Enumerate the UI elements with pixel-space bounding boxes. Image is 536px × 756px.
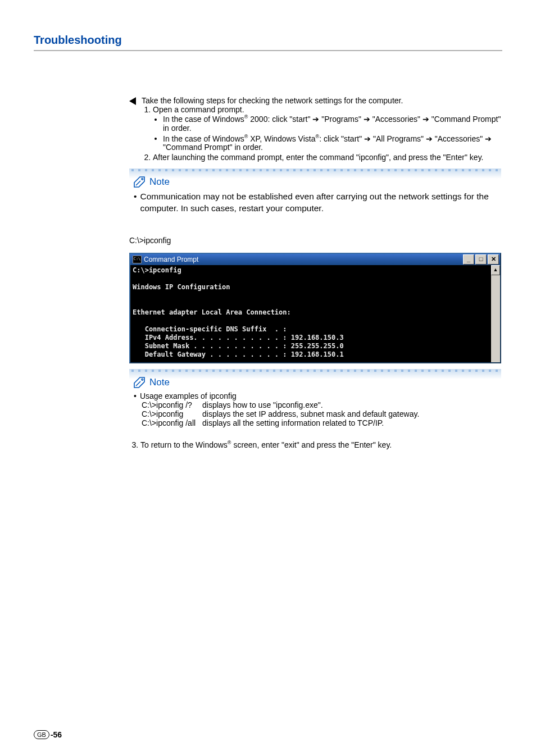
usage-row: C:\>ipconfig /? displays how to use "ipc… (134, 400, 497, 409)
command-line-label: C:\>ipconfig (129, 236, 501, 245)
note-label: Note (149, 377, 170, 388)
command-prompt-output: C:\>ipconfig Windows IP Configuration Et… (130, 265, 491, 362)
page-number: -56 (51, 730, 62, 739)
usage-row: C:\>ipconfig displays the set IP address… (134, 409, 497, 418)
usage-desc: displays the set IP address, subnet mask… (202, 409, 419, 418)
maximize-button[interactable]: □ (475, 254, 487, 265)
note-label: Note (149, 176, 170, 188)
usage-desc: displays how to use "ipconfig.exe". (202, 400, 323, 409)
pencil-tag-icon (133, 175, 146, 189)
usage-cmd: C:\>ipconfig /? (134, 400, 202, 409)
cmd-title-text: Command Prompt (144, 256, 198, 263)
step-2: After launching the command prompt, ente… (153, 153, 501, 162)
note-1-text: Communication may not be established eve… (140, 191, 497, 215)
gb-badge: GB (34, 730, 49, 739)
command-prompt-window: C:\ Command Prompt _ □ ✕ C:\>ipconfig Wi… (129, 253, 501, 363)
usage-row: C:\>ipconfig /all displays all the setti… (134, 418, 497, 427)
content-block: Take the following steps for checking th… (129, 96, 501, 449)
minimize-button[interactable]: _ (463, 254, 474, 265)
usage-cmd: C:\>ipconfig /all (134, 418, 202, 427)
pencil-tag-icon (133, 376, 146, 389)
usage-cmd: C:\>ipconfig (134, 409, 202, 418)
close-button[interactable]: ✕ (488, 254, 499, 265)
svg-point-0 (142, 179, 143, 180)
usage-heading: Usage examples of ipconfig (140, 391, 237, 400)
usage-desc: displays all the setting information rel… (202, 418, 384, 427)
step-1-sub-b: In the case of Windows® XP, Windows Vist… (163, 134, 501, 152)
step-3: To return to the Windows® screen, enter … (140, 440, 501, 449)
step-1-sub-a: In the case of Windows® 2000: click "sta… (163, 114, 501, 133)
section-title: Troubleshooting (34, 34, 502, 51)
scroll-up-button[interactable]: ▲ (491, 265, 500, 275)
svg-point-1 (142, 379, 143, 381)
left-triangle-icon (129, 97, 136, 105)
page-footer: GB -56 (34, 730, 62, 739)
note-box-1: Note • Communication may not be establis… (129, 168, 501, 219)
cmd-titlebar-icon: C:\ (133, 256, 142, 263)
note-box-2: Note • Usage examples of ipconfig C:\>ip… (129, 369, 501, 432)
scrollbar[interactable]: ▲ (491, 265, 500, 362)
step-1: Open a command prompt. (153, 105, 244, 114)
command-prompt-titlebar: C:\ Command Prompt _ □ ✕ (130, 254, 500, 265)
intro-text: Take the following steps for checking th… (142, 96, 501, 105)
